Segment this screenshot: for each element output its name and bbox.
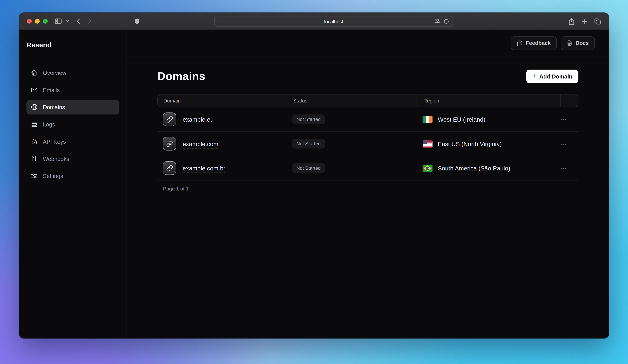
reload-icon[interactable] <box>444 19 449 24</box>
domain-link[interactable]: example.com <box>183 140 218 147</box>
browser-toolbar: localhost A <box>19 13 609 30</box>
column-header-region: Region <box>416 95 560 107</box>
pagination-label: Page 1 of 1 <box>157 181 578 192</box>
region-label: East US (North Virginia) <box>438 140 502 147</box>
table-row: example.com.br Not Started <box>157 156 578 181</box>
desktop-background: localhost A <box>0 0 628 364</box>
minimize-window-button[interactable] <box>35 19 40 24</box>
domain-link[interactable]: example.eu <box>183 116 214 123</box>
domains-table: Domain Status Region <box>157 94 578 181</box>
sidebar-item-emails[interactable]: Emails <box>26 82 119 97</box>
sidebar-item-webhooks[interactable]: Webhooks <box>26 151 119 166</box>
main-area: Feedback Docs Domains <box>127 30 609 338</box>
flag-us-icon <box>423 140 433 147</box>
plus-icon: + <box>532 73 536 79</box>
sidebar-item-label: API Keys <box>43 138 66 145</box>
logs-icon <box>31 121 38 128</box>
sliders-icon <box>31 173 38 179</box>
arrows-up-down-icon <box>31 155 38 162</box>
page-title: Domains <box>157 70 205 83</box>
mail-icon <box>31 86 38 93</box>
sidebar-item-label: Domains <box>43 104 65 110</box>
zoom-window-button[interactable] <box>43 19 48 24</box>
add-domain-button[interactable]: + Add Domain <box>526 70 578 83</box>
chevron-down-icon[interactable] <box>66 20 69 22</box>
status-badge: Not Started <box>292 163 325 173</box>
status-badge: Not Started <box>292 115 325 124</box>
svg-text:A: A <box>436 19 438 22</box>
sidebar-item-label: Emails <box>43 87 60 93</box>
link-icon <box>163 137 176 151</box>
region-label: South America (São Paulo) <box>438 165 510 172</box>
back-button[interactable] <box>77 18 80 24</box>
sidebar-nav: Overview Emails Domains <box>19 65 127 183</box>
address-bar[interactable]: localhost A <box>214 16 453 27</box>
flag-brazil-icon <box>423 164 433 172</box>
domain-link[interactable]: example.com.br <box>183 165 226 172</box>
table-row: example.eu Not Started West EU (Ireland)… <box>157 107 578 132</box>
docs-button[interactable]: Docs <box>561 36 595 50</box>
resend-logo: Resend <box>26 41 127 49</box>
speech-bubble-icon <box>517 40 523 46</box>
lock-icon <box>31 138 38 145</box>
sidebar-item-api-keys[interactable]: API Keys <box>26 134 119 149</box>
sidebar-item-domains[interactable]: Domains <box>26 100 119 115</box>
add-domain-button-label: Add Domain <box>539 73 572 80</box>
document-icon <box>567 40 572 46</box>
link-icon <box>163 113 176 126</box>
feedback-button-label: Feedback <box>526 40 551 46</box>
table-header: Domain Status Region <box>157 94 578 107</box>
link-icon <box>163 161 176 175</box>
privacy-shield-icon <box>135 18 140 24</box>
sidebar-item-overview[interactable]: Overview <box>26 65 119 80</box>
flag-ireland-icon <box>423 116 433 123</box>
sidebar-item-label: Overview <box>43 69 66 76</box>
resend-app: Resend Overview Emails <box>19 30 609 338</box>
new-tab-icon[interactable] <box>582 19 587 24</box>
docs-button-label: Docs <box>575 40 589 46</box>
sidebar-toggle-icon[interactable] <box>55 18 62 24</box>
sidebar: Resend Overview Emails <box>19 30 127 338</box>
sidebar-item-label: Settings <box>43 173 63 179</box>
share-icon[interactable] <box>569 18 574 25</box>
tab-overview-icon[interactable] <box>594 18 601 24</box>
column-header-status: Status <box>286 95 416 107</box>
feedback-button[interactable]: Feedback <box>511 36 557 50</box>
row-actions-button[interactable]: ⋯ <box>561 165 567 171</box>
sidebar-item-label: Webhooks <box>43 155 69 162</box>
column-header-actions <box>560 95 578 107</box>
domains-page: Domains + Add Domain Domain Status Regio… <box>127 57 609 192</box>
app-header: Feedback Docs <box>127 30 609 57</box>
forward-button[interactable] <box>88 18 92 24</box>
globe-icon <box>31 104 38 110</box>
close-window-button[interactable] <box>27 19 32 24</box>
address-bar-url: localhost <box>324 19 343 24</box>
column-header-domain: Domain <box>158 95 286 107</box>
translate-icon[interactable]: A <box>434 19 441 24</box>
row-actions-button[interactable]: ⋯ <box>561 141 567 147</box>
sidebar-item-label: Logs <box>43 121 55 127</box>
row-actions-button[interactable]: ⋯ <box>561 116 567 122</box>
home-icon <box>31 69 38 76</box>
table-row: example.com Not Started <box>157 132 578 156</box>
sidebar-item-settings[interactable]: Settings <box>26 169 119 183</box>
status-badge: Not Started <box>292 139 325 149</box>
sidebar-item-logs[interactable]: Logs <box>26 117 119 132</box>
region-label: West EU (Ireland) <box>438 116 485 123</box>
traffic-lights <box>27 19 48 24</box>
browser-window: localhost A <box>19 13 609 338</box>
